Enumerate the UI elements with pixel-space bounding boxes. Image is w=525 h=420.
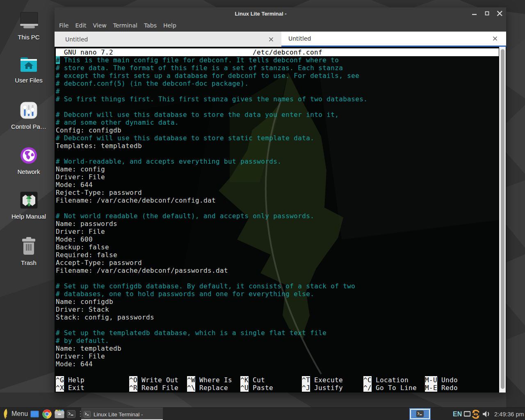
help-manual-icon bbox=[20, 192, 38, 209]
maximize-icon bbox=[481, 7, 493, 19]
desktop-icon-label: User Files bbox=[6, 77, 51, 84]
nano-shortcut-key: ^\ bbox=[187, 384, 195, 392]
nano-shortcut: ^O Write Out bbox=[129, 376, 178, 384]
close-icon bbox=[494, 7, 505, 19]
nano-line: # Set up the templatedb database, which … bbox=[56, 329, 499, 337]
nano-line: Driver: Stack bbox=[56, 306, 499, 313]
nano-line bbox=[56, 321, 499, 329]
tabbar: Untitled Untitled bbox=[55, 32, 506, 47]
nano-line: Backup: false bbox=[56, 243, 499, 251]
show-desktop-button[interactable] bbox=[29, 408, 40, 420]
nano-shortcut-label: Read File bbox=[137, 384, 178, 392]
menu-edit[interactable]: Edit bbox=[72, 19, 89, 32]
file-manager-icon bbox=[55, 410, 64, 418]
nano-shortcut: ^W Where Is bbox=[187, 376, 232, 384]
nano-editor[interactable]: GNU nano 7.2 /etc/debconf.conf # This is… bbox=[56, 48, 499, 393]
nano-shortcut-label: Justify bbox=[310, 384, 343, 392]
tab-close-icon[interactable] bbox=[268, 37, 274, 42]
scrollbar-thumb[interactable] bbox=[501, 49, 504, 389]
close-x-glyph bbox=[492, 36, 498, 41]
maximize-button[interactable] bbox=[481, 7, 493, 19]
speaker-icon bbox=[482, 411, 490, 418]
nano-line: # Not world readable (the default), and … bbox=[56, 212, 499, 220]
nano-shortcut-label: Redo bbox=[437, 384, 458, 392]
nano-shortcut-key: ^R bbox=[129, 384, 137, 392]
nano-shortcut: ^U Paste bbox=[240, 384, 273, 392]
nano-shortcut-label: Exit bbox=[64, 384, 84, 392]
menu-button[interactable]: Menu bbox=[0, 408, 29, 420]
nano-shortcut-key: ^C bbox=[363, 376, 372, 384]
desktop-icon-label: Network bbox=[6, 168, 51, 175]
user-files-icon bbox=[19, 55, 38, 73]
nano-help-bar: ^G Help^O Write Out^W Where Is^K Cut^T E… bbox=[56, 376, 499, 392]
nano-shortcut-key: ^/ bbox=[363, 384, 372, 392]
desktop-icon-label: This PC bbox=[6, 34, 51, 41]
linux-lite-logo-icon bbox=[3, 409, 9, 419]
desktop-icon-user-files[interactable]: User Files bbox=[6, 55, 51, 84]
nano-filename: /etc/debconf.conf bbox=[253, 48, 322, 56]
nano-line: # So first things first. This first stan… bbox=[56, 95, 499, 103]
minimize-button[interactable] bbox=[468, 7, 480, 19]
chrome-launcher[interactable] bbox=[40, 408, 53, 420]
nano-line: # store data. The format of this file is… bbox=[56, 64, 499, 72]
tab-untitled-1[interactable]: Untitled bbox=[55, 32, 281, 47]
nano-shortcut-label: Write Out bbox=[137, 376, 178, 384]
nano-shortcut-key: ^G bbox=[56, 376, 64, 384]
tab-untitled-2[interactable]: Untitled bbox=[281, 32, 506, 47]
nano-line: # Debconf will use this database to stor… bbox=[56, 111, 499, 119]
nano-line: # debconf.conf(5) (in the debconf-doc pa… bbox=[56, 80, 499, 87]
file-manager-launcher[interactable] bbox=[53, 408, 65, 420]
nano-shortcut: ^T Execute bbox=[302, 376, 343, 384]
nano-text: # This is the main config file for debco… bbox=[56, 56, 499, 368]
close-button[interactable] bbox=[494, 7, 505, 19]
menubar: FileEditViewTerminalTabsHelp bbox=[55, 19, 506, 32]
nano-shortcut-label: Undo bbox=[437, 376, 458, 384]
desktop-icon-control-panel[interactable]: Control Pa… bbox=[6, 102, 51, 130]
nano-shortcut-key: ^K bbox=[240, 376, 249, 384]
keyboard-layout-indicator[interactable]: EN bbox=[453, 408, 462, 420]
desktop-icon-trash[interactable]: Trash bbox=[6, 237, 51, 266]
nano-shortcut: ^R Read File bbox=[129, 384, 178, 392]
nano-line bbox=[56, 204, 499, 212]
menu-view[interactable]: View bbox=[90, 19, 110, 32]
menu-tabs[interactable]: Tabs bbox=[141, 19, 160, 32]
nano-shortcut-key: ^T bbox=[302, 376, 310, 384]
terminal-scrollbar[interactable] bbox=[499, 47, 506, 393]
nano-line: Driver: File bbox=[56, 173, 499, 181]
window-titlebar[interactable]: Linux Lite Terminal - bbox=[55, 7, 506, 19]
terminal-launcher-icon bbox=[67, 410, 75, 418]
menu-file[interactable]: File bbox=[56, 19, 72, 32]
update-arrows-icon bbox=[471, 409, 481, 419]
nano-line bbox=[56, 103, 499, 111]
nano-line bbox=[56, 150, 499, 158]
taskbar-window-button[interactable]: Linux Lite Terminal - bbox=[81, 408, 163, 420]
desktop-icon-label: Trash bbox=[6, 259, 51, 266]
nano-shortcut: ^\ Replace bbox=[187, 384, 228, 392]
desktop-icon-network[interactable]: Network bbox=[6, 147, 51, 175]
nano-shortcut-label: Cut bbox=[249, 376, 265, 384]
nano-shortcut: ^X Exit bbox=[56, 384, 84, 392]
desktop-icon-help-manual[interactable]: Help Manual bbox=[6, 192, 51, 220]
nano-line: # World-readable, and accepts everything… bbox=[56, 158, 499, 165]
nano-line: # except the first sets up a database fo… bbox=[56, 72, 499, 80]
clock[interactable]: 2:49:36 pm bbox=[494, 408, 524, 420]
nano-version: GNU nano 7.2 bbox=[56, 48, 113, 56]
nano-shortcut: ^K Cut bbox=[240, 376, 265, 384]
nano-line: Driver: File bbox=[56, 228, 499, 235]
tray-terminal-icon[interactable] bbox=[409, 408, 431, 420]
volume-icon[interactable] bbox=[482, 411, 490, 419]
menu-help[interactable]: Help bbox=[160, 19, 180, 32]
terminal-launcher[interactable] bbox=[65, 408, 77, 420]
nano-line: # and some other dynamic data. bbox=[56, 119, 499, 126]
tray-terminal-glyph bbox=[416, 411, 424, 417]
tab-close-icon[interactable] bbox=[492, 36, 498, 41]
terminal-screen[interactable]: GNU nano 7.2 /etc/debconf.conf # This is… bbox=[55, 47, 506, 393]
nano-shortcut-label: Execute bbox=[310, 376, 343, 384]
nano-line: # Debconf will use this database to stor… bbox=[56, 134, 499, 142]
menu-terminal[interactable]: Terminal bbox=[110, 19, 141, 32]
update-notifier-icon[interactable] bbox=[471, 409, 481, 420]
display-tray-icon[interactable] bbox=[464, 411, 470, 418]
nano-line: Accept-Type: password bbox=[56, 259, 499, 267]
nano-shortcut: ^C Location bbox=[363, 376, 409, 384]
nano-line: # databases, one to hold passwords and o… bbox=[56, 290, 499, 298]
